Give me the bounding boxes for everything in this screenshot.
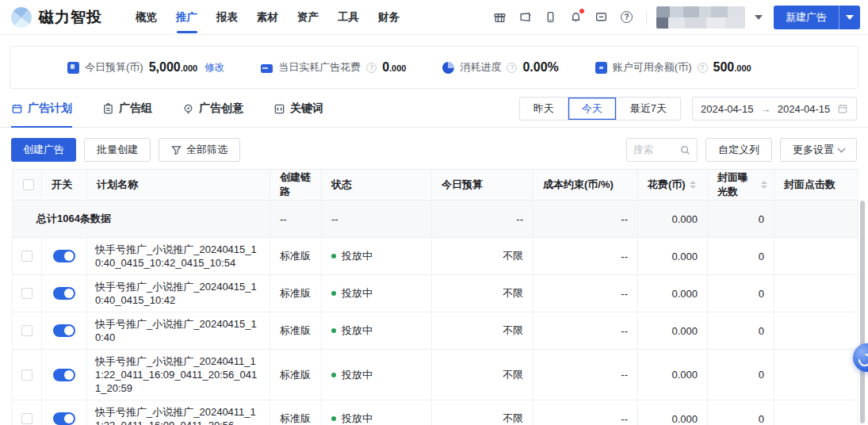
status-cell: 投放中 — [322, 350, 432, 400]
stat-decimals: .000 — [389, 63, 406, 73]
brand-logo-icon — [11, 7, 32, 28]
account-caret-icon[interactable] — [755, 15, 763, 20]
row-checkbox[interactable] — [21, 325, 33, 336]
help-circle-icon[interactable]: ? — [698, 63, 708, 73]
create-ad-button[interactable]: 创建广告 — [11, 138, 76, 162]
col-cover-clicks: 封面点击数 — [774, 170, 858, 200]
stat-decimals: .000 — [734, 63, 751, 73]
stat-label: 当日实耗广告花费 — [278, 60, 361, 75]
filter-all-button[interactable]: 全部筛选 — [159, 138, 240, 162]
modify-budget-link[interactable]: 修改 — [205, 61, 224, 75]
plan-name-link[interactable]: 快手号推广_小说推广_20240411_11:22_0411_16:09_041… — [87, 350, 270, 400]
col-cost-constraint: 成本约束(币/%) — [533, 170, 638, 200]
table-row: 快手号推广_小说推广_20240411_11:22_0411_16:09_041… — [12, 400, 858, 425]
row-checkbox[interactable] — [21, 369, 33, 381]
nav-item-promotion[interactable]: 推广 — [166, 0, 207, 35]
account-stats-bar: 今日预算(币) 5,000.000 修改 当日实耗广告花费 ? 0.000 消耗… — [10, 46, 858, 89]
new-ad-button[interactable]: 新建广告 — [774, 6, 839, 29]
balance-wallet-icon — [595, 62, 607, 74]
mobile-icon[interactable] — [544, 10, 557, 24]
keyword-icon — [273, 103, 285, 115]
stat-available-balance: 账户可用余额(币) ? 500.000 — [595, 60, 751, 75]
row-toggle-on[interactable] — [53, 369, 75, 381]
tab-keywords[interactable]: 关键词 — [273, 90, 323, 127]
tab-ad-plan[interactable]: 广告计划 — [11, 90, 72, 127]
feedback-icon[interactable] — [595, 10, 608, 24]
col-status: 状态 — [322, 170, 432, 200]
row-checkbox[interactable] — [21, 413, 33, 424]
help-icon[interactable]: ? — [620, 10, 633, 24]
progress-pie-icon — [442, 62, 454, 74]
plan-name-link[interactable]: 快手号推广_小说推广_20240415_10:40_0415_10:42_041… — [87, 238, 270, 274]
entity-tabs-row: 广告计划 广告组 广告创意 关键词 昨天 今天 最近7天 2024-04-15 … — [0, 90, 868, 128]
date-separator: → — [760, 103, 770, 115]
date-range-picker[interactable]: 2024-04-15 → 2024-04-15 — [692, 97, 857, 121]
row-toggle-on[interactable] — [53, 250, 75, 262]
row-checkbox[interactable] — [21, 288, 33, 299]
status-dot-icon — [331, 291, 336, 296]
help-circle-icon[interactable]: ? — [366, 63, 377, 73]
status-cell: 投放中 — [322, 312, 432, 349]
nav-item-tools[interactable]: 工具 — [328, 0, 369, 35]
top-bar-right: ? 新建广告 — [481, 6, 860, 29]
funnel-icon — [171, 145, 182, 155]
status-dot-icon — [331, 373, 336, 377]
row-checkbox[interactable] — [21, 251, 33, 262]
gift-icon[interactable] — [493, 10, 507, 24]
tab-ad-group[interactable]: 广告组 — [102, 90, 152, 127]
preset-today[interactable]: 今天 — [568, 98, 617, 120]
stat-decimals: .000 — [181, 63, 197, 73]
nav-item-overview[interactable]: 概览 — [126, 0, 166, 35]
custom-columns-button[interactable]: 自定义列 — [705, 138, 772, 162]
stat-value: 0 — [382, 60, 389, 74]
screen-icon[interactable] — [518, 10, 532, 24]
status-cell: 投放中 — [322, 275, 432, 312]
col-plan-name: 计划名称 — [87, 170, 270, 200]
status-dot-icon — [331, 328, 336, 333]
stat-spend-progress: 消耗进度 ? 0.00% — [442, 60, 558, 75]
user-account-masked[interactable] — [656, 6, 745, 29]
table-row: 快手号推广_小说推广_20240411_11:22_0411_16:09_041… — [12, 350, 858, 400]
row-toggle-on[interactable] — [53, 287, 75, 300]
ad-creative-icon — [182, 103, 194, 115]
stat-value: 500 — [713, 60, 735, 74]
table-row: 快手号推广_小说推广_20240415_10:40 标准版 投放中 不限 -- … — [12, 312, 858, 350]
plan-name-link[interactable]: 快手号推广_小说推广_20240415_10:40 — [87, 312, 270, 349]
divider — [646, 10, 647, 25]
search-box — [626, 138, 698, 162]
col-switch: 开关 — [42, 170, 87, 200]
search-icon[interactable] — [680, 145, 690, 155]
sort-icon[interactable] — [690, 181, 696, 189]
row-toggle-on[interactable] — [53, 324, 75, 337]
sort-icon[interactable] — [761, 181, 767, 189]
nav-item-reports[interactable]: 报表 — [207, 0, 247, 35]
ad-plan-icon — [11, 103, 23, 115]
chevron-down-icon — [838, 144, 846, 152]
plan-name-link[interactable]: 快手号推广_小说推广_20240411_11:22_0411_16:09_041… — [87, 400, 270, 425]
main-nav: 概览 推广 报表 素材 资产 工具 财务 — [126, 0, 409, 35]
notification-bell-icon[interactable] — [569, 10, 583, 24]
more-settings-button[interactable]: 更多设置 — [780, 138, 857, 162]
batch-create-button[interactable]: 批量创建 — [84, 138, 151, 162]
search-input[interactable] — [633, 144, 680, 155]
preset-last7days[interactable]: 最近7天 — [617, 98, 680, 120]
caret-down-icon — [846, 15, 854, 20]
help-circle-icon[interactable]: ? — [507, 63, 517, 73]
new-ad-dropdown-button[interactable] — [839, 6, 860, 29]
col-today-budget: 今日预算 — [432, 170, 533, 200]
nav-item-assets[interactable]: 资产 — [288, 0, 328, 35]
nav-item-finance[interactable]: 财务 — [369, 0, 409, 35]
tab-ad-creative[interactable]: 广告创意 — [182, 90, 243, 127]
start-date[interactable]: 2024-04-15 — [701, 103, 754, 115]
table-row: 快手号推广_小说推广_20240415_10:40_0415_10:42 标准版… — [12, 275, 858, 312]
nav-item-materials[interactable]: 素材 — [247, 0, 288, 35]
vertical-scrollbar[interactable] — [860, 201, 865, 423]
status-dot-icon — [331, 416, 336, 421]
end-date[interactable]: 2024-04-15 — [778, 103, 831, 115]
select-all-checkbox[interactable] — [23, 179, 34, 190]
date-filter: 昨天 今天 最近7天 2024-04-15 → 2024-04-15 — [519, 97, 857, 121]
plan-name-link[interactable]: 快手号推广_小说推广_20240415_10:40_0415_10:42 — [87, 275, 270, 312]
table-total-row: 总计1064条数据 -- -- -- -- 0.000 0 — [12, 201, 858, 238]
preset-yesterday[interactable]: 昨天 — [520, 98, 568, 120]
row-toggle-on[interactable] — [53, 412, 75, 425]
